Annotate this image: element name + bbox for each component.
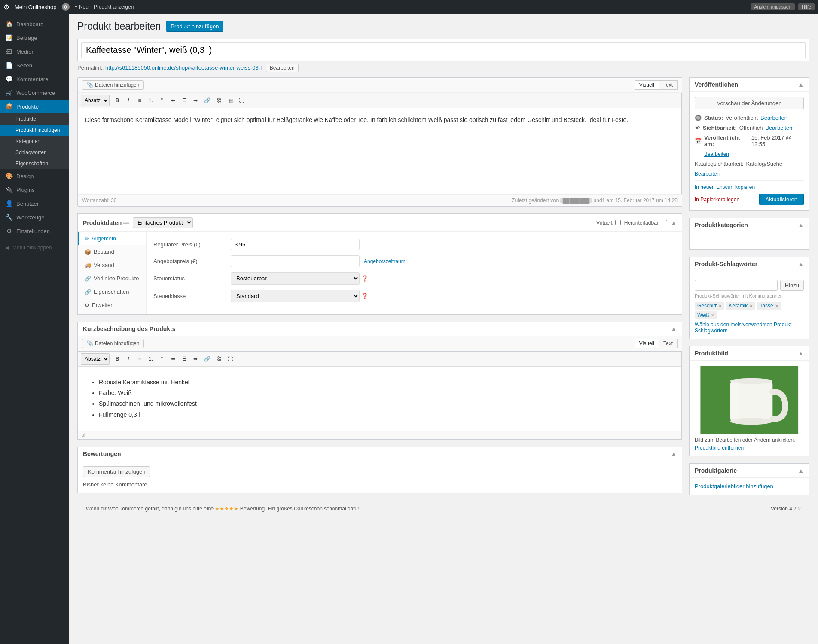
kb-align-center-btn[interactable]: ☰ <box>179 354 189 364</box>
status-edit-link[interactable]: Bearbeiten <box>760 115 787 121</box>
kb-unlink-btn[interactable]: ⛓ <box>214 354 224 364</box>
collapse-menu-btn[interactable]: ◀ Menü einklappen <box>0 241 69 254</box>
submenu-kategorien[interactable]: Kategorien <box>0 136 69 147</box>
submenu-produkt-hinzufuegen[interactable]: Produkt hinzufügen <box>0 125 69 136</box>
tag-remove-icon[interactable]: ✕ <box>718 304 722 308</box>
kb-align-right-btn[interactable]: ➡ <box>190 354 201 364</box>
tag-link[interactable]: Tasse <box>760 303 773 309</box>
permalink-edit-btn[interactable]: Bearbeiten <box>266 64 299 72</box>
link-btn[interactable]: 🔗 <box>201 95 213 106</box>
kb-tab-visuell[interactable]: Visuell <box>635 339 659 348</box>
tab-text[interactable]: Text <box>659 80 678 90</box>
sidebar-item-medien[interactable]: 🖼 Medien <box>0 45 69 58</box>
schlagwoerter-toggle-btn[interactable]: ▲ <box>798 261 804 267</box>
kb-bold-btn[interactable]: B <box>112 354 122 364</box>
produktdaten-toggle-btn[interactable]: ▲ <box>671 219 677 226</box>
veroeffentlicht-edit-link[interactable]: Bearbeiten <box>704 151 729 157</box>
product-title-input[interactable] <box>81 42 806 58</box>
bold-btn[interactable]: B <box>112 95 122 106</box>
submenu-schlagwoerter[interactable]: Schlagwörter <box>0 147 69 158</box>
kurzbeschreibung-add-files-btn[interactable]: 📎 Dateien hinzufügen <box>82 339 144 348</box>
site-name[interactable]: Mein Onlineshop <box>15 4 57 10</box>
product-image[interactable] <box>700 366 799 434</box>
kb-format-select[interactable]: Absatz <box>81 353 110 365</box>
ansicht-btn[interactable]: Ansicht anpassen <box>751 3 795 10</box>
update-btn[interactable]: Aktualisieren <box>759 194 804 205</box>
add-files-button[interactable]: 📎 Dateien hinzufügen <box>82 80 144 90</box>
notifications-icon[interactable]: 0 <box>62 3 70 11</box>
tab-versand[interactable]: 🚚 Versand <box>78 258 146 272</box>
kb-italic-btn[interactable]: I <box>123 354 134 364</box>
tab-allgemein[interactable]: ✏ Allgemein <box>78 232 146 245</box>
fullscreen-toggle-btn[interactable]: ⛶ <box>236 95 247 106</box>
sidebar-item-einstellungen[interactable]: ⚙ Einstellungen <box>0 224 69 238</box>
angebotszeitraum-link[interactable]: Angebotszeitraum <box>364 258 406 264</box>
submenu-alle-produkte[interactable]: Produkte <box>0 113 69 125</box>
tab-visuell[interactable]: Visuell <box>635 80 659 90</box>
tag-remove-icon[interactable]: ✕ <box>775 304 778 308</box>
kb-tab-text[interactable]: Text <box>659 339 678 348</box>
sidebar-item-benutzer[interactable]: 👤 Benutzer <box>0 197 69 210</box>
editor-content-area[interactable]: Diese formschöne Keramiktasse Modell "Wi… <box>78 108 681 194</box>
kb-blockquote-btn[interactable]: " <box>157 354 167 364</box>
tag-remove-icon[interactable]: ✕ <box>711 313 714 318</box>
produktbild-toggle-btn[interactable]: ▲ <box>798 350 804 357</box>
unlink-btn[interactable]: ⛓ <box>214 95 224 106</box>
add-product-button[interactable]: Produkt hinzufügen <box>166 21 223 32</box>
katalog-edit-link[interactable]: Bearbeiten <box>695 171 720 177</box>
tab-bestand[interactable]: 📦 Bestand <box>78 245 146 258</box>
steuerstatus-help-icon[interactable]: ❓ <box>361 275 368 282</box>
permalink-link[interactable]: http://s611185050.online.de/shop/kaffeet… <box>105 64 262 71</box>
sidebar-item-dashboard[interactable]: 🏠 Dashboard <box>0 17 69 31</box>
schlagwort-input[interactable] <box>695 280 778 291</box>
sidebar-item-seiten[interactable]: 📄 Seiten <box>0 58 69 72</box>
align-left-btn[interactable]: ⬅ <box>168 95 178 106</box>
preview-btn[interactable]: Vorschau der Änderungen <box>695 97 804 109</box>
new-content-btn[interactable]: + Neu <box>75 4 89 10</box>
sidebar-item-werkzeuge[interactable]: 🔧 Werkzeuge <box>0 210 69 224</box>
kurzbeschreibung-toggle-btn[interactable]: ▲ <box>671 325 677 332</box>
kurzbeschreibung-editor-area[interactable]: Robuste Keramiktasse mit Henkel Farbe: W… <box>78 367 681 431</box>
hilfe-btn[interactable]: Hilfe <box>798 3 815 10</box>
sidebar-item-plugins[interactable]: 🔌 Plugins <box>0 183 69 197</box>
add-gallery-images-link[interactable]: Produktgaleriebilder hinzufügen <box>695 483 773 489</box>
blockquote-btn[interactable]: " <box>157 95 167 106</box>
bewertungen-toggle-btn[interactable]: ▲ <box>671 450 677 457</box>
add-comment-btn[interactable]: Kommentar hinzufügen <box>83 466 150 477</box>
product-type-select[interactable]: Einfaches Produkt <box>133 217 193 228</box>
insert-table-btn[interactable]: ▦ <box>225 95 235 106</box>
steuerklasse-select[interactable]: Standard <box>231 290 360 302</box>
sidebar-item-woocommerce[interactable]: 🛒 WooCommerce <box>0 86 69 100</box>
italic-btn[interactable]: I <box>123 95 134 106</box>
sichtbarkeit-edit-link[interactable]: Bearbeiten <box>765 125 792 131</box>
tab-erweitert[interactable]: ⚙ Erweitert <box>78 298 146 312</box>
ordered-list-btn[interactable]: 1. <box>146 95 156 106</box>
produktgalerie-toggle-btn[interactable]: ▲ <box>798 467 804 474</box>
tag-link[interactable]: Keramik <box>729 303 748 309</box>
remove-product-image-link[interactable]: Produktbild entfernen <box>695 445 804 451</box>
tag-link[interactable]: Geschirr <box>697 303 717 309</box>
steuerstatus-select[interactable]: Besteuerbar <box>231 272 360 285</box>
sidebar-item-kommentare[interactable]: 💬 Kommentare <box>0 72 69 86</box>
copy-draft-link[interactable]: In neuen Entwurf kopieren <box>695 184 755 190</box>
kb-ul-btn[interactable]: ≡ <box>134 354 145 364</box>
align-right-btn[interactable]: ➡ <box>190 95 201 106</box>
kb-link-btn[interactable]: 🔗 <box>201 354 213 364</box>
view-product-link[interactable]: Produkt anzeigen <box>94 4 134 10</box>
trash-link[interactable]: In Papierkorb legen <box>695 197 739 203</box>
tab-eigenschaften[interactable]: 🔗 Eigenschaften <box>78 285 146 298</box>
tag-remove-icon[interactable]: ✕ <box>749 304 753 308</box>
publish-toggle-btn[interactable]: ▲ <box>798 81 804 88</box>
steuerklasse-help-icon[interactable]: ❓ <box>361 293 368 299</box>
kb-align-left-btn[interactable]: ⬅ <box>168 354 178 364</box>
kb-fullscreen-btn[interactable]: ⛶ <box>225 354 235 364</box>
sidebar-item-design[interactable]: 🎨 Design <box>0 169 69 183</box>
schlagwort-hinzu-btn[interactable]: Hinzu <box>780 280 804 291</box>
tab-verlinkte-produkte[interactable]: 🔗 Verlinkte Produkte <box>78 272 146 285</box>
sidebar-item-beitraege[interactable]: 📝 Beiträge <box>0 31 69 45</box>
herunterladbar-checkbox[interactable] <box>662 220 667 225</box>
sidebar-item-produkte[interactable]: 📦 Produkte <box>0 100 69 113</box>
regulaerer-preis-input[interactable] <box>231 239 360 250</box>
unordered-list-btn[interactable]: ≡ <box>134 95 145 106</box>
kategorien-toggle-btn[interactable]: ▲ <box>798 222 804 228</box>
